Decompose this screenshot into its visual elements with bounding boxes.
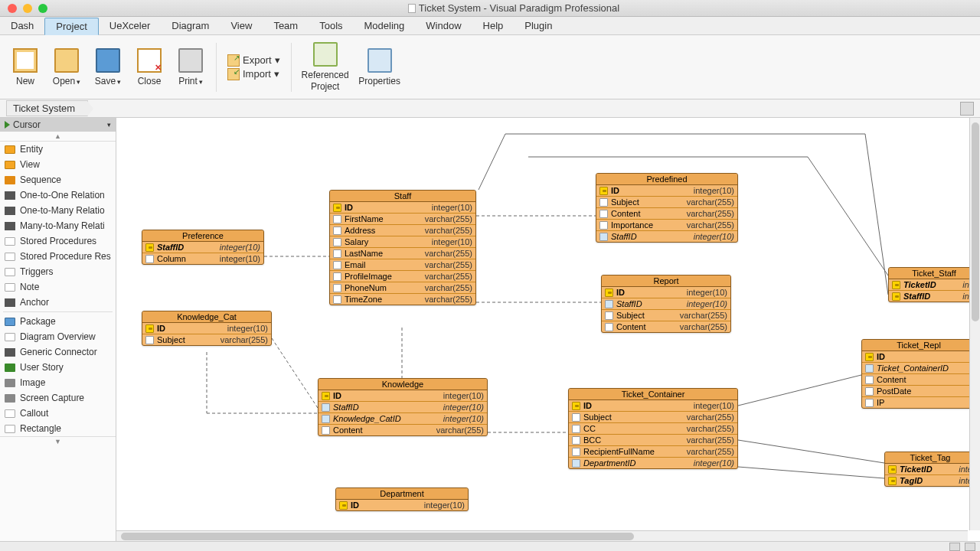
entity-column[interactable]: IDinteger(10) xyxy=(569,400,737,412)
new-button[interactable]: New xyxy=(6,39,44,96)
entity-column[interactable]: TicketIDinte xyxy=(889,279,979,291)
palette-item-note[interactable]: Note xyxy=(0,279,116,295)
menu-help[interactable]: Help xyxy=(472,18,514,34)
palette-item-stored-procedures[interactable]: Stored Procedures xyxy=(0,233,116,249)
relationship-line[interactable] xyxy=(808,157,888,276)
palette-item-user-story[interactable]: User Story xyxy=(0,360,116,375)
entity-column[interactable]: StaffIDinte xyxy=(889,291,979,302)
palette-item-generic-connector[interactable]: Generic Connector xyxy=(0,344,116,360)
entity-column[interactable]: DepartmentIDinteger(10) xyxy=(569,458,737,468)
palette-item-view[interactable]: View xyxy=(0,157,116,172)
scrollbar-thumb[interactable] xyxy=(121,533,634,540)
entity-column[interactable]: IP xyxy=(862,397,975,408)
entity-column[interactable]: Subjectvarchar(255) xyxy=(142,334,271,345)
menu-uexceler[interactable]: UeXceler xyxy=(99,18,161,34)
menu-dash[interactable]: Dash xyxy=(0,18,44,34)
entity-department[interactable]: DepartmentIDinteger(10) xyxy=(335,487,469,511)
menu-modeling[interactable]: Modeling xyxy=(354,18,416,34)
entity-column[interactable]: BCCvarchar(255) xyxy=(569,435,737,446)
entity-ticket-tag[interactable]: Ticket_TagTicketIDinteTagIDinte xyxy=(884,452,976,487)
menu-plugin[interactable]: Plugin xyxy=(514,18,563,34)
entity-column[interactable]: Contentvarchar(255) xyxy=(602,321,730,332)
entity-column[interactable]: IDinteger(10) xyxy=(596,185,737,197)
horizontal-scrollbar[interactable] xyxy=(116,530,968,541)
palette-item-stored-procedure-res[interactable]: Stored Procedure Res xyxy=(0,249,116,264)
entity-column[interactable]: StaffIDinteger(10) xyxy=(596,231,737,242)
print-button[interactable]: Print xyxy=(172,39,210,96)
entity-column[interactable]: IDinteger(10) xyxy=(330,202,475,214)
palette-item-anchor[interactable]: Anchor xyxy=(0,295,116,310)
palette-item-many-to-many-relati[interactable]: Many-to-Many Relati xyxy=(0,218,116,233)
entity-column[interactable]: LastNamevarchar(255) xyxy=(330,248,475,259)
entity-column[interactable]: ProfileImagevarchar(255) xyxy=(330,271,475,282)
relationship-line[interactable] xyxy=(738,467,884,478)
properties-button[interactable]: Properties xyxy=(356,39,403,96)
breadcrumb-item[interactable]: Ticket System xyxy=(6,100,88,116)
entity-knowledge[interactable]: KnowledgeIDinteger(10)StaffIDinteger(10)… xyxy=(318,378,488,436)
entity-ticket-container[interactable]: Ticket_ContainerIDinteger(10)Subjectvarc… xyxy=(568,388,738,469)
entity-column[interactable]: StaffIDinteger(10) xyxy=(602,298,730,310)
import-button[interactable]: Import▾ xyxy=(227,68,280,80)
entity-column[interactable]: Addressvarchar(255) xyxy=(330,225,475,236)
save-button[interactable]: Save xyxy=(89,39,127,96)
palette-item-one-to-one-relation[interactable]: One-to-One Relation xyxy=(0,187,116,203)
relationship-line[interactable] xyxy=(479,134,505,190)
minimize-window-button[interactable] xyxy=(23,4,32,13)
menu-diagram[interactable]: Diagram xyxy=(161,18,220,34)
entity-ticket-repl[interactable]: Ticket_ReplIDTicket_ContainerIDContentPo… xyxy=(861,339,976,409)
entity-ticket-staff[interactable]: Ticket_StaffTicketIDinteStaffIDinte xyxy=(888,267,980,302)
entity-column[interactable]: TicketIDinte xyxy=(885,464,975,475)
entity-column[interactable]: Subjectvarchar(255) xyxy=(596,197,737,208)
entity-column[interactable]: TagIDinte xyxy=(885,475,975,486)
menu-window[interactable]: Window xyxy=(415,18,472,34)
palette-collapse-down[interactable]: ▼ xyxy=(0,436,116,446)
entity-column[interactable]: Importancevarchar(255) xyxy=(596,220,737,231)
entity-column[interactable]: IDinteger(10) xyxy=(336,500,468,510)
entity-column[interactable]: TimeZonevarchar(255) xyxy=(330,294,475,305)
memo-icon[interactable] xyxy=(965,543,975,551)
entity-report[interactable]: ReportIDinteger(10)StaffIDinteger(10)Sub… xyxy=(601,275,731,333)
diagram-navigator-icon[interactable] xyxy=(960,102,974,116)
entity-staff[interactable]: StaffIDinteger(10)FirstNamevarchar(255)A… xyxy=(329,190,476,305)
relationship-line[interactable] xyxy=(738,440,884,463)
entity-column[interactable]: Ticket_ContainerID xyxy=(862,363,975,374)
menu-view[interactable]: View xyxy=(220,18,263,34)
message-icon[interactable] xyxy=(949,543,960,551)
close-button[interactable]: Close xyxy=(130,39,168,96)
entity-column[interactable]: IDinteger(10) xyxy=(318,390,487,402)
entity-column[interactable]: PhoneNumvarchar(255) xyxy=(330,282,475,294)
palette-item-diagram-overview[interactable]: Diagram Overview xyxy=(0,329,116,344)
entity-column[interactable]: Contentvarchar(255) xyxy=(596,208,737,220)
palette-item-image[interactable]: Image xyxy=(0,375,116,390)
entity-column[interactable]: RecipientFullNamevarchar(255) xyxy=(569,446,737,458)
relationship-line[interactable] xyxy=(865,134,888,295)
palette-cursor-tool[interactable]: Cursor ▾ xyxy=(0,118,116,132)
entity-column[interactable]: Content xyxy=(862,374,975,386)
scrollbar-thumb[interactable] xyxy=(972,122,979,321)
entity-column[interactable]: IDinteger(10) xyxy=(142,323,271,334)
relationship-line[interactable] xyxy=(738,375,861,406)
entity-knowledge-cat[interactable]: Knowledge_CatIDinteger(10)Subjectvarchar… xyxy=(142,311,272,346)
open-button[interactable]: Open xyxy=(47,39,86,96)
entity-column[interactable]: Columninteger(10) xyxy=(142,253,263,264)
export-button[interactable]: Export▾ xyxy=(227,54,280,67)
menu-project[interactable]: Project xyxy=(44,18,98,35)
entity-column[interactable]: Salaryinteger(10) xyxy=(330,236,475,248)
entity-column[interactable]: Subjectvarchar(255) xyxy=(602,310,730,321)
entity-column[interactable]: CCvarchar(255) xyxy=(569,423,737,435)
entity-column[interactable]: ID xyxy=(862,351,975,363)
entity-column[interactable]: Subjectvarchar(255) xyxy=(569,412,737,423)
palette-item-callout[interactable]: Callout xyxy=(0,406,116,421)
close-window-button[interactable] xyxy=(8,4,17,13)
palette-collapse-up[interactable]: ▲ xyxy=(0,132,116,142)
palette-item-entity[interactable]: Entity xyxy=(0,142,116,157)
palette-item-package[interactable]: Package xyxy=(0,314,116,329)
diagram-canvas[interactable]: PreferenceStaffIDinteger(10)Columnintege… xyxy=(116,118,980,541)
entity-column[interactable]: Knowledge_CatIDinteger(10) xyxy=(318,413,487,425)
entity-column[interactable]: Contentvarchar(255) xyxy=(318,425,487,435)
menu-tools[interactable]: Tools xyxy=(309,18,353,34)
palette-item-triggers[interactable]: Triggers xyxy=(0,264,116,279)
entity-column[interactable]: PostDate xyxy=(862,386,975,397)
relationship-line[interactable] xyxy=(272,338,318,408)
entity-column[interactable]: IDinteger(10) xyxy=(602,287,730,298)
